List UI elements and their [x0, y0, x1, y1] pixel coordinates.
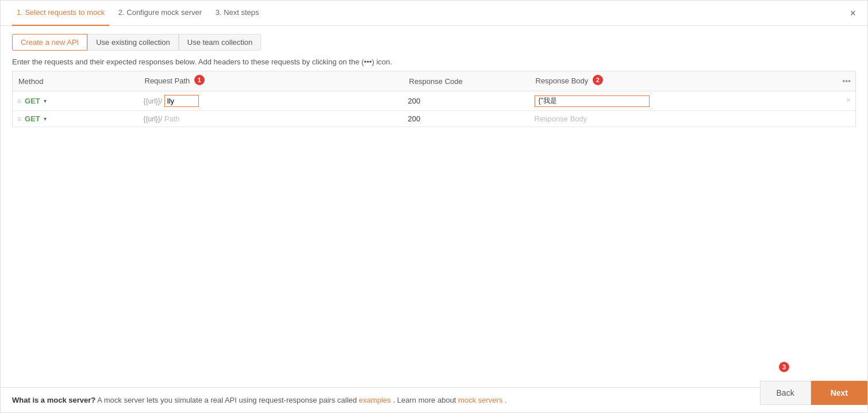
table-section: Method Request Path 1 Response Code Resp…: [1, 71, 867, 387]
steps-nav: 1. Select requests to mock 2. Configure …: [12, 1, 264, 26]
step-separator-2: [208, 9, 210, 17]
annotation-badge-2: 2: [593, 75, 603, 85]
step-3[interactable]: 3. Next steps: [211, 1, 264, 26]
path-cell-2: {{url}}/ Path: [139, 111, 404, 127]
footer-desc: A mock server lets you simulate a real A…: [97, 396, 359, 404]
col-response-body-label: Response Body: [536, 77, 589, 85]
footer-section: What is a mock server? A mock server let…: [1, 387, 867, 412]
footer-info: What is a mock server? A mock server let…: [12, 396, 856, 404]
col-method: Method: [13, 71, 139, 91]
drag-handle-1[interactable]: ≡: [17, 97, 21, 105]
mock-servers-link[interactable]: mock servers: [458, 396, 502, 404]
response-body-placeholder-2[interactable]: Response Body: [535, 114, 587, 123]
method-dropdown-2[interactable]: ▾: [44, 116, 47, 122]
response-code-2: 200: [408, 114, 421, 123]
response-body-input-1[interactable]: [535, 95, 650, 107]
path-placeholder-2[interactable]: Path: [164, 114, 180, 123]
footer-end: .: [505, 396, 507, 404]
code-cell-1: 200: [404, 91, 530, 111]
tab-create-new-api[interactable]: Create a new API: [12, 34, 87, 51]
footer-middle: . Learn more about: [393, 396, 458, 404]
footer-bold: What is a mock server?: [12, 396, 95, 404]
col-response-code: Response Code: [404, 71, 530, 91]
next-button[interactable]: Next: [811, 381, 867, 405]
method-dropdown-1[interactable]: ▾: [44, 98, 47, 104]
back-button[interactable]: Back: [760, 381, 811, 405]
response-code-1: 200: [408, 97, 421, 105]
annotation-badge-1: 1: [194, 75, 205, 85]
more-options-icon[interactable]: •••: [842, 77, 851, 86]
path-cell-1: {{url}}/: [139, 91, 404, 111]
body-cell-1: ×: [530, 91, 856, 111]
col-request-path: Request Path 1: [139, 71, 404, 91]
drag-handle-2[interactable]: ≡: [17, 115, 21, 123]
step-1[interactable]: 1. Select requests to mock: [12, 1, 109, 26]
method-label-1: GET: [25, 97, 40, 105]
method-cell-2: ≡ GET ▾: [13, 111, 139, 127]
url-prefix-1: {{url}}/: [144, 97, 163, 105]
description-text: Enter the requests and their expected re…: [1, 51, 867, 71]
method-label-2: GET: [25, 114, 40, 123]
url-prefix-2: {{url}}/: [144, 115, 163, 123]
tab-use-team-collection[interactable]: Use team collection: [179, 34, 261, 51]
step-2[interactable]: 2. Configure mock server: [114, 1, 206, 26]
modal-body: Create a new API Use existing collection…: [1, 26, 867, 412]
table-row: ≡ GET ▾ {{url}}/ Path 200: [13, 111, 856, 127]
table-header-row: Method Request Path 1 Response Code Resp…: [13, 71, 856, 91]
tab-use-existing-collection[interactable]: Use existing collection: [87, 34, 179, 51]
step-separator-1: [110, 9, 113, 17]
requests-table: Method Request Path 1 Response Code Resp…: [12, 71, 856, 127]
table-row: ≡ GET ▾ {{url}}/ 200: [13, 91, 856, 111]
col-response-body: Response Body 2 •••: [530, 71, 856, 91]
delete-row-1[interactable]: ×: [846, 95, 851, 105]
code-cell-2: 200: [404, 111, 530, 127]
body-cell-2: Response Body: [530, 111, 856, 127]
annotation-badge-3: 3: [779, 362, 789, 372]
tabs-section: Create a new API Use existing collection…: [1, 26, 867, 51]
examples-link[interactable]: examples: [359, 396, 391, 404]
path-input-1[interactable]: [164, 95, 199, 107]
method-cell-1: ≡ GET ▾: [13, 91, 139, 111]
col-request-path-label: Request Path: [145, 77, 190, 85]
footer-actions: Back Next: [760, 373, 867, 412]
modal-header: 1. Select requests to mock 2. Configure …: [1, 1, 867, 26]
mock-server-modal: 1. Select requests to mock 2. Configure …: [0, 0, 868, 413]
close-button[interactable]: ×: [850, 7, 856, 19]
